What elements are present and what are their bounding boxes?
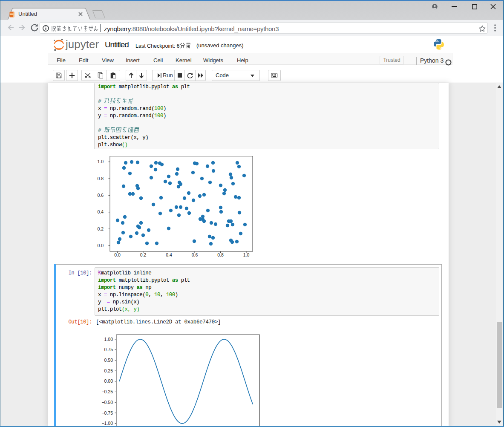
svg-text:1.00: 1.00	[104, 337, 113, 342]
svg-text:−0.75: −0.75	[101, 410, 113, 415]
svg-text:0.25: 0.25	[104, 368, 113, 373]
svg-text:0.50: 0.50	[104, 358, 113, 363]
svg-text:−0.25: −0.25	[101, 389, 113, 394]
svg-text:0.75: 0.75	[104, 347, 113, 352]
svg-text:−0.50: −0.50	[101, 400, 113, 405]
svg-text:0.00: 0.00	[104, 378, 113, 384]
svg-text:−1.00: −1.00	[101, 421, 113, 426]
